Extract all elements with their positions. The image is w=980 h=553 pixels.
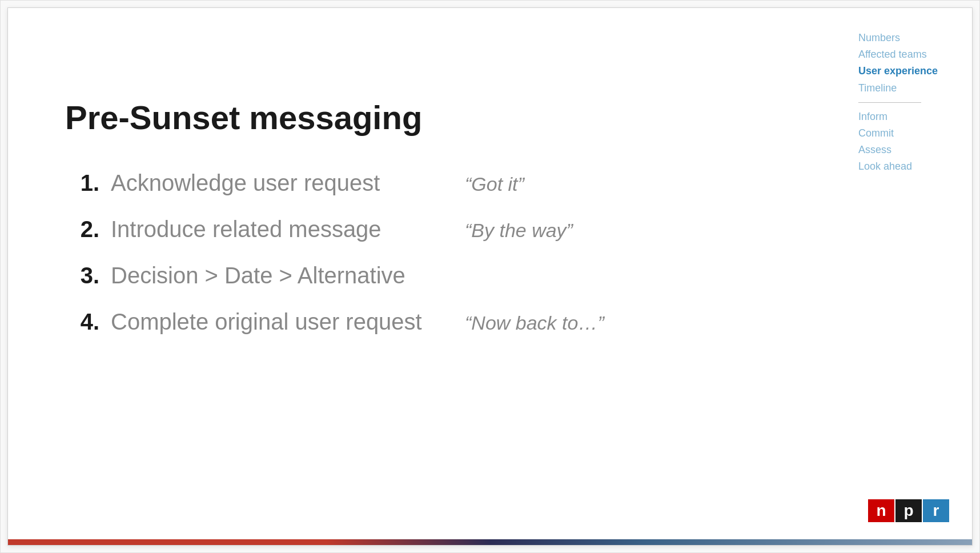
nav-item-look-ahead[interactable]: Look ahead (858, 159, 938, 174)
list-container: 1. Acknowledge user request “Got it” 2. … (65, 170, 772, 335)
list-text-2: Introduce related message (111, 217, 442, 242)
list-text-4: Complete original user request (111, 309, 442, 335)
list-quote-1: “Got it” (465, 173, 524, 195)
inner-slide: Numbers Affected teams User experience T… (7, 7, 973, 546)
list-quote-2: “By the way” (465, 219, 573, 242)
list-number-4: 4. (65, 309, 99, 335)
nav-section2: Inform Commit Assess Look ahead (858, 110, 938, 174)
list-text-1: Acknowledge user request (111, 170, 442, 196)
nav-item-numbers[interactable]: Numbers (858, 31, 938, 45)
main-content: Pre-Sunset messaging 1. Acknowledge user… (65, 99, 772, 335)
logo-p: p (895, 499, 922, 522)
list-item: 2. Introduce related message “By the way… (65, 217, 772, 242)
slide-container: Numbers Affected teams User experience T… (0, 0, 980, 553)
nav-item-timeline[interactable]: Timeline (858, 81, 938, 95)
nav-divider (858, 102, 921, 103)
top-navigation: Numbers Affected teams User experience T… (858, 31, 938, 174)
nav-item-user-experience[interactable]: User experience (858, 64, 938, 78)
list-text-3: Decision > Date > Alternative (111, 263, 442, 288)
nav-item-affected-teams[interactable]: Affected teams (858, 47, 938, 62)
list-item: 3. Decision > Date > Alternative (65, 263, 772, 288)
bottom-bar (8, 539, 972, 545)
slide-title: Pre-Sunset messaging (65, 99, 772, 136)
list-number-1: 1. (65, 170, 99, 196)
nav-item-inform[interactable]: Inform (858, 110, 938, 124)
list-item: 1. Acknowledge user request “Got it” (65, 170, 772, 196)
logo-n: n (868, 499, 894, 522)
logo-r: r (923, 499, 949, 522)
npr-logo: n p r (868, 499, 949, 522)
list-quote-4: “Now back to…” (465, 312, 604, 334)
nav-item-assess[interactable]: Assess (858, 143, 938, 157)
list-number-2: 2. (65, 217, 99, 242)
list-number-3: 3. (65, 263, 99, 288)
nav-item-commit[interactable]: Commit (858, 126, 938, 141)
list-item: 4. Complete original user request “Now b… (65, 309, 772, 335)
